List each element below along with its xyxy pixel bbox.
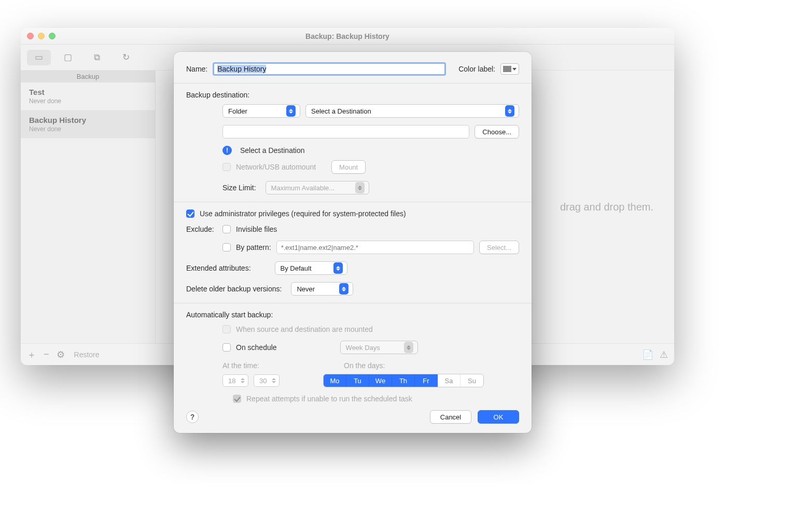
admin-privileges-checkbox[interactable] [186,209,194,218]
toolbar-archive-icon[interactable]: ▢ [56,50,80,65]
cancel-button[interactable]: Cancel [430,410,471,424]
exclude-pattern-label: By pattern: [236,243,271,251]
at-time-label: At the time: [222,361,269,370]
updown-icon [286,105,296,117]
minute-stepper: 30 [254,374,280,387]
mount-button: Mount [331,160,366,174]
updown-icon [339,283,348,295]
delete-older-select[interactable]: Never [291,282,353,296]
chevron-down-icon [512,68,517,71]
delete-older-label: Delete older backup versions: [186,285,282,293]
updown-icon [270,376,277,385]
updown-icon [404,342,413,353]
choose-button[interactable]: Choose... [475,125,519,138]
day-segments: Mo Tu We Th Fr Sa Su [323,374,484,387]
toolbar-loop-icon[interactable]: ↻ [114,50,138,65]
size-limit-value: Maximum Available... [271,184,335,192]
updown-icon [239,376,246,385]
gear-icon[interactable]: ⚙ [57,349,65,360]
destination-type-value: Folder [228,107,247,115]
updown-icon [333,262,343,274]
color-label: Color label: [458,65,495,73]
drop-hint: drag and drop them. [560,201,653,213]
task-item[interactable]: Test Never done [21,82,155,110]
destination-path-field[interactable] [222,125,469,138]
size-limit-select: Maximum Available... [266,181,369,194]
toolbar-sync-icon[interactable]: ⧉ [85,50,109,65]
exclude-pattern-field[interactable] [276,241,474,254]
alert-icon[interactable]: ⚠ [660,349,668,360]
restore-button[interactable]: Restore [74,351,100,359]
extended-attributes-select[interactable]: By Default [275,261,347,275]
day-we[interactable]: We [369,374,392,387]
day-tu[interactable]: Tu [346,374,369,387]
day-su[interactable]: Su [461,374,483,387]
exclude-invisible-checkbox[interactable] [222,225,231,233]
window-title: Backup: Backup History [305,32,389,40]
auto-start-label: Automatically start backup: [186,311,519,319]
day-th[interactable]: Th [392,374,415,387]
size-limit-label: Size Limit: [222,184,256,192]
destination-select-value: Select a Destination [311,107,371,115]
on-schedule-label: On schedule [236,343,277,352]
destination-type-select[interactable]: Folder [222,104,300,118]
help-button[interactable]: ? [186,411,199,423]
add-button-icon[interactable]: ＋ [27,348,36,361]
repeat-checkbox [233,395,241,403]
task-name: Backup History [29,116,147,124]
log-icon[interactable]: 📄 [642,349,653,360]
exclude-pattern-checkbox[interactable] [222,243,231,251]
automount-label: Network/USB automount [236,163,316,171]
day-fr[interactable]: Fr [415,374,438,387]
sidebar: Backup Test Never done Backup History Ne… [21,71,156,343]
sidebar-section-header: Backup [21,71,155,82]
hour-stepper: 18 [222,374,248,387]
repeat-label: Repeat attempts if unable to run the sch… [246,395,412,403]
minimize-icon[interactable] [38,33,45,39]
extended-attributes-label: Extended attributes: [186,264,251,272]
traffic-lights [27,33,55,39]
name-input[interactable] [213,62,446,76]
name-label: Name: [186,65,207,73]
exclude-invisible-label: Invisible files [236,225,277,233]
task-status: Never done [29,97,147,105]
day-sa[interactable]: Sa [438,374,461,387]
extended-attributes-value: By Default [281,264,312,272]
exclude-label: Exclude: [186,225,217,233]
titlebar: Backup: Backup History [21,28,674,45]
day-mo[interactable]: Mo [324,374,346,387]
automount-checkbox [222,163,231,171]
on-days-label: On the days: [344,361,385,370]
task-item[interactable]: Backup History Never done [21,110,155,138]
schedule-type-select: Week Days [340,341,418,354]
info-icon: ! [222,146,232,155]
backup-destination-label: Backup destination: [186,91,519,99]
updown-icon [505,105,514,117]
auto-mounted-checkbox [222,325,231,333]
exclude-select-button: Select... [479,241,519,254]
task-name: Test [29,88,147,96]
task-status: Never done [29,125,147,133]
close-icon[interactable] [27,33,34,39]
admin-privileges-label: Use administrator privileges (required f… [200,209,406,218]
auto-mounted-label: When source and destination are mounted [236,325,373,333]
remove-button-icon[interactable]: − [44,349,49,360]
task-settings-sheet: Name: Color label: Backup destination: F… [174,52,532,433]
ok-button[interactable]: OK [478,410,519,424]
maximize-icon[interactable] [49,33,55,39]
color-swatch-icon [503,66,511,72]
schedule-type-value: Week Days [346,344,380,352]
on-schedule-checkbox[interactable] [222,343,231,352]
destination-select[interactable]: Select a Destination [305,104,519,118]
toolbar-backup-icon[interactable]: ▭ [27,50,51,65]
updown-icon [355,182,365,193]
delete-older-value: Never [297,285,315,293]
destination-warning-text: Select a Destination [240,146,305,155]
color-label-select[interactable] [500,63,519,75]
